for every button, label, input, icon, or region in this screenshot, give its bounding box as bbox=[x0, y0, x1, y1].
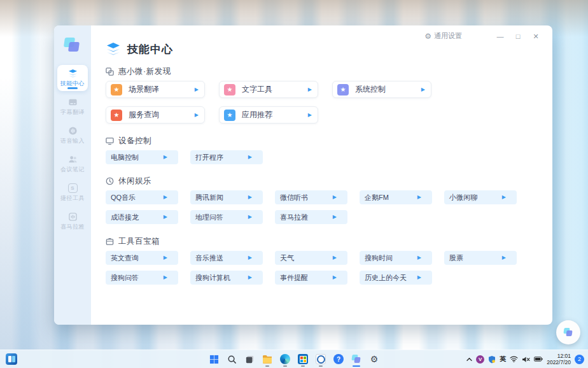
star-badge-icon: ★ bbox=[224, 110, 235, 121]
play-arrow-icon: ▶ bbox=[248, 155, 252, 160]
skill-button-ximalaya[interactable]: 喜马拉雅▶ bbox=[275, 210, 347, 224]
skill-button-today-in-history[interactable]: 历史上的今天▶ bbox=[360, 271, 432, 285]
maximize-button[interactable]: □ bbox=[509, 32, 527, 41]
general-settings-button[interactable]: ⚙ 通用设置 bbox=[424, 31, 462, 41]
play-arrow-icon: ▶ bbox=[248, 255, 252, 260]
skill-button-weather[interactable]: 天气▶ bbox=[275, 251, 347, 265]
play-arrow-icon: ▶ bbox=[417, 255, 421, 260]
play-arrow-icon: ▶ bbox=[308, 87, 312, 92]
logo-shape bbox=[68, 42, 80, 52]
skill-button-sogou-qa[interactable]: 搜狗问答▶ bbox=[106, 271, 178, 285]
skill-button-pc-control[interactable]: 电脑控制 ▶ bbox=[106, 150, 178, 164]
skill-button-tencent-news[interactable]: 腾讯新闻▶ bbox=[190, 190, 263, 204]
skill-button-xiaowei-chat[interactable]: 小微闲聊▶ bbox=[444, 190, 517, 204]
subtitle-icon bbox=[68, 97, 78, 107]
search-icon[interactable] bbox=[226, 353, 237, 365]
section-title: 设备控制 bbox=[118, 136, 151, 146]
skill-button-geography-qa[interactable]: 地理问答▶ bbox=[190, 210, 263, 224]
sidebar-item-voice-input[interactable]: 语音输入 bbox=[57, 122, 88, 148]
section-header-toolbox: 工具百宝箱 bbox=[106, 236, 552, 246]
sidebar-item-label: 喜马拉雅 bbox=[60, 223, 85, 231]
microsoft-store-icon[interactable] bbox=[297, 353, 309, 365]
gear-icon: ⚙ bbox=[424, 32, 431, 40]
section-title: 惠小微·新发现 bbox=[118, 66, 171, 77]
xiaowei-assistant-ball[interactable] bbox=[556, 320, 580, 344]
voice-icon bbox=[68, 126, 78, 136]
xiaowei-logo-icon bbox=[563, 327, 573, 337]
layers-icon bbox=[68, 69, 78, 78]
play-arrow-icon: ▶ bbox=[308, 113, 312, 118]
o-app-icon[interactable] bbox=[315, 353, 326, 365]
page-title: 技能中心 bbox=[127, 42, 173, 57]
minimize-button[interactable]: — bbox=[491, 32, 509, 41]
start-button[interactable] bbox=[208, 353, 220, 365]
s-letter-glyph: S bbox=[68, 183, 78, 193]
star-badge-icon: ★ bbox=[224, 84, 235, 96]
skill-card-text-tools[interactable]: ★ 文字工具 ▶ bbox=[219, 81, 318, 98]
skill-button-sogou-time[interactable]: 搜狗时间▶ bbox=[360, 251, 432, 265]
skill-card-scene-translate[interactable]: ★ 场景翻译 ▶ bbox=[106, 81, 205, 98]
question-glyph: ? bbox=[333, 354, 344, 364]
play-arrow-icon: ▶ bbox=[333, 215, 337, 220]
battery-icon[interactable] bbox=[534, 357, 543, 362]
section-header-leisure: 休闲娱乐 bbox=[106, 176, 552, 186]
tray-date: 2022/7/20 bbox=[547, 359, 571, 365]
sidebar-item-skill-center[interactable]: 技能中心 bbox=[57, 65, 88, 91]
xiaowei-app-window: 技能中心 字幕翻译 语音输入 会议笔记 bbox=[54, 25, 552, 325]
skill-card-app-recommend[interactable]: ★ 应用推荐 ▶ bbox=[219, 106, 318, 124]
task-view-icon[interactable] bbox=[244, 353, 255, 365]
star-badge-icon: ★ bbox=[111, 84, 122, 96]
section-header-discover: 惠小微·新发现 bbox=[106, 66, 552, 76]
section-title: 工具百宝箱 bbox=[118, 236, 160, 247]
settings-gear-icon[interactable]: ⚙ bbox=[368, 353, 380, 365]
sidebar-item-ximalaya[interactable]: 喜马拉雅 bbox=[57, 208, 88, 234]
skill-button-sogou-calculator[interactable]: 搜狗计算机▶ bbox=[190, 271, 263, 285]
xiaowei-logo-icon bbox=[351, 354, 361, 364]
skill-button-open-program[interactable]: 打开程序 ▶ bbox=[190, 150, 263, 164]
widgets-panes bbox=[8, 356, 15, 362]
v-app-tray-icon[interactable]: V bbox=[476, 355, 484, 364]
section-header-device: 设备控制 bbox=[106, 136, 552, 146]
tray-chevron-up-icon[interactable] bbox=[466, 357, 472, 362]
notification-count-badge[interactable]: 2 bbox=[575, 355, 584, 364]
skill-button-stocks[interactable]: 股票▶ bbox=[444, 251, 517, 265]
s-letter-icon: S bbox=[68, 183, 78, 193]
skill-button-penguin-fm[interactable]: 企鹅FM▶ bbox=[360, 190, 432, 204]
clock-icon bbox=[106, 177, 114, 185]
ime-indicator[interactable]: 英 bbox=[500, 355, 506, 364]
taskbar: ? ⚙ V 英 12:01 bbox=[0, 350, 588, 368]
close-button[interactable]: ✕ bbox=[527, 32, 545, 41]
wifi-icon[interactable] bbox=[510, 356, 518, 362]
star-glyph: ★ bbox=[227, 87, 233, 93]
skill-button-qq-music[interactable]: QQ音乐▶ bbox=[106, 190, 178, 204]
sidebar-item-meeting-notes[interactable]: 会议笔记 bbox=[57, 151, 88, 177]
star-glyph: ★ bbox=[227, 112, 233, 118]
skill-button-event-reminder[interactable]: 事件提醒▶ bbox=[275, 271, 347, 285]
sidebar-item-subtitle-translate[interactable]: 字幕翻译 bbox=[57, 94, 88, 120]
skill-button-wechat-books[interactable]: 微信听书▶ bbox=[275, 190, 347, 204]
play-arrow-icon: ▶ bbox=[333, 255, 337, 260]
play-arrow-icon: ▶ bbox=[333, 275, 337, 280]
get-help-icon[interactable]: ? bbox=[333, 353, 344, 365]
xiaowei-taskbar-icon[interactable] bbox=[351, 353, 362, 365]
discover-icon bbox=[106, 67, 114, 76]
file-explorer-icon[interactable] bbox=[262, 353, 273, 365]
main-content: ⚙ 通用设置 — □ ✕ 技能中心 惠小微·新发现 bbox=[91, 25, 552, 325]
widgets-icon[interactable] bbox=[6, 353, 17, 365]
skill-card-service-query[interactable]: ★ 服务查询 ▶ bbox=[106, 106, 205, 124]
tray-clock[interactable]: 12:01 2022/7/20 bbox=[547, 353, 571, 365]
edge-icon[interactable] bbox=[279, 353, 291, 365]
skill-button-english-query[interactable]: 英文查询▶ bbox=[106, 251, 178, 265]
skill-button-idiom-chain[interactable]: 成语接龙▶ bbox=[106, 210, 178, 224]
skill-button-music-push[interactable]: 音乐推送▶ bbox=[190, 251, 263, 265]
play-arrow-icon: ▶ bbox=[164, 255, 167, 260]
sidebar-item-label: 语音输入 bbox=[60, 137, 85, 145]
star-glyph: ★ bbox=[114, 87, 120, 93]
volume-muted-icon[interactable] bbox=[522, 356, 530, 363]
sidebar-item-shortcut-tools[interactable]: S 捷径工具 bbox=[57, 180, 88, 206]
skill-card-system-control[interactable]: ★ 系统控制 ▶ bbox=[332, 81, 431, 98]
security-shield-icon[interactable] bbox=[488, 355, 496, 364]
sidebar: 技能中心 字幕翻译 语音输入 会议笔记 bbox=[54, 25, 91, 325]
logo-shape bbox=[566, 330, 572, 336]
play-arrow-icon: ▶ bbox=[248, 275, 252, 280]
